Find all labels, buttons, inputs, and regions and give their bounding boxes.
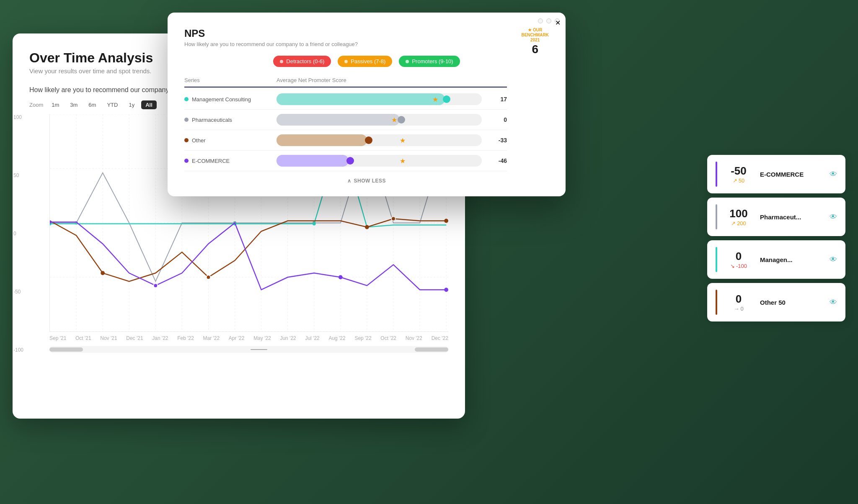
detractors-dot — [280, 60, 283, 63]
svg-point-34 — [153, 283, 158, 288]
ecommerce-divider — [716, 162, 717, 187]
modal-dot-2 — [546, 18, 551, 23]
ecommerce-series-dot — [184, 159, 189, 163]
zoom-all[interactable]: All — [141, 100, 157, 109]
mgmt-eye-icon[interactable]: 👁 — [830, 255, 837, 264]
header-series: Series — [184, 77, 277, 83]
y-axis: 100 50 0 -50 -100 — [13, 114, 23, 353]
svg-point-30 — [365, 225, 369, 229]
metric-card-ecommerce: -50 ↗ 50 E-COMMERCE 👁 — [707, 155, 845, 193]
other-series-name: Other — [192, 137, 206, 144]
scrollbar-right-thumb — [415, 347, 448, 352]
other-bar-fill — [277, 134, 367, 146]
header-score: Average Net Promoter Score — [277, 77, 482, 83]
detractors-label: Detractors (0-6) — [286, 58, 324, 64]
ecommerce-main-value: -50 — [731, 165, 747, 177]
x-nov21: Nov '21 — [100, 335, 117, 341]
modal-close-dot[interactable]: ✕ — [555, 18, 560, 23]
nps-table: Series Average Net Promoter Score Manage… — [184, 77, 507, 171]
table-row-pharma: Pharmaceuticals ★ 0 — [184, 110, 507, 130]
y-100: 100 — [13, 114, 23, 120]
x-jan22: Jan '22 — [152, 335, 168, 341]
pharma-score: 0 — [482, 116, 507, 123]
show-less-button[interactable]: ∧ SHOW LESS — [184, 178, 549, 184]
pharma-eye-icon[interactable]: 👁 — [830, 213, 837, 221]
promoters-dot — [406, 60, 409, 63]
mgmt-series-name: Management Consulting — [192, 96, 251, 103]
zoom-ytd[interactable]: YTD — [103, 100, 122, 109]
x-axis: Sep '21 Oct '21 Nov '21 Dec '21 Jan '22 … — [49, 335, 448, 341]
x-feb22: Feb '22 — [177, 335, 194, 341]
other-bar-dot — [365, 136, 372, 144]
ecommerce-eye-icon[interactable]: 👁 — [830, 170, 837, 179]
other-bar: ★ — [277, 134, 482, 146]
svg-point-32 — [444, 219, 448, 223]
chart-scrollbar[interactable] — [49, 346, 448, 353]
nps-subtitle: How likely are you to recommend our comp… — [184, 41, 549, 47]
legend-promoters: Promoters (9-10) — [399, 56, 460, 67]
svg-point-29 — [207, 275, 211, 279]
zoom-label: Zoom — [29, 102, 43, 108]
zoom-1m[interactable]: 1m — [47, 100, 63, 109]
other-eye-icon[interactable]: 👁 — [830, 298, 837, 307]
pharma-up-arrow-icon: ↗ — [731, 220, 736, 226]
nps-title: NPS — [184, 28, 549, 39]
table-row-other: Other ★ -33 — [184, 130, 507, 151]
pharma-label: Pharmaceut... — [760, 213, 823, 221]
ecommerce-change-value: 50 — [739, 177, 744, 184]
other-star-icon: ★ — [400, 136, 406, 144]
x-oct21: Oct '21 — [75, 335, 91, 341]
ecommerce-bar-fill — [277, 155, 349, 167]
pharma-value-block: 100 ↗ 200 — [724, 207, 753, 226]
table-row-mgmt: Management Consulting ★ 17 — [184, 89, 507, 110]
x-apr22: Apr '22 — [229, 335, 245, 341]
pharma-bar-fill — [277, 114, 400, 126]
zoom-3m[interactable]: 3m — [66, 100, 82, 109]
nps-legend: Detractors (0-6) Passives (7-8) Promoter… — [184, 56, 549, 67]
x-may22: May '22 — [253, 335, 271, 341]
show-less-label: SHOW LESS — [354, 178, 386, 184]
other-value-block: 0 → 0 — [724, 293, 753, 312]
ecommerce-value-block: -50 ↗ 50 — [724, 165, 753, 184]
benchmark-block: ★ OURBENCHMARK2021 6 — [521, 28, 549, 56]
other-change-value: 0 — [740, 306, 743, 312]
other-change: → 0 — [734, 306, 743, 312]
passives-dot — [344, 60, 348, 63]
y-50: 50 — [13, 172, 23, 178]
ecommerce-label: E-COMMERCE — [760, 171, 823, 178]
ecommerce-change: ↗ 50 — [733, 177, 744, 184]
metric-card-pharma: 100 ↗ 200 Pharmaceut... 👁 — [707, 198, 845, 236]
promoters-label: Promoters (9-10) — [412, 58, 453, 64]
x-oct22: Oct '22 — [380, 335, 396, 341]
modal-close-area: ✕ — [538, 18, 560, 23]
x-nov22: Nov '22 — [406, 335, 422, 341]
zoom-6m[interactable]: 6m — [84, 100, 100, 109]
x-sep21: Sep '21 — [49, 335, 66, 341]
ecommerce-bar: ★ — [277, 155, 482, 167]
chevron-up-icon: ∧ — [347, 178, 351, 184]
pharma-divider — [716, 204, 717, 229]
header-value — [482, 77, 507, 83]
benchmark-label: ★ OURBENCHMARK2021 — [521, 28, 549, 43]
y-neg100: -100 — [13, 347, 23, 353]
ecommerce-series-label: E-COMMERCE — [184, 158, 277, 164]
svg-point-35 — [339, 275, 343, 279]
benchmark-value: 6 — [521, 43, 549, 56]
zoom-1y[interactable]: 1y — [124, 100, 139, 109]
mgmt-value-block: 0 ↘ -100 — [724, 250, 753, 269]
pharma-bar-dot — [398, 116, 405, 123]
mgmt-series-label: Management Consulting — [184, 96, 277, 103]
metric-card-other: 0 → 0 Other 50 👁 — [707, 283, 845, 321]
pharma-series-label: Pharmaceuticals — [184, 117, 277, 123]
up-arrow-icon: ↗ — [733, 177, 737, 184]
other-label: Other 50 — [760, 299, 823, 306]
other-series-dot — [184, 138, 189, 142]
x-jun22: Jun '22 — [280, 335, 296, 341]
mgmt-bar: ★ — [277, 93, 482, 105]
right-panel: -50 ↗ 50 E-COMMERCE 👁 100 ↗ 200 Pharmace… — [707, 155, 845, 321]
scrollbar-left-thumb — [49, 347, 83, 352]
ecommerce-series-name: E-COMMERCE — [192, 158, 230, 164]
mgmt-down-arrow-icon: ↘ — [730, 263, 735, 269]
svg-point-36 — [444, 288, 448, 292]
pharma-change-value: 200 — [737, 220, 746, 226]
